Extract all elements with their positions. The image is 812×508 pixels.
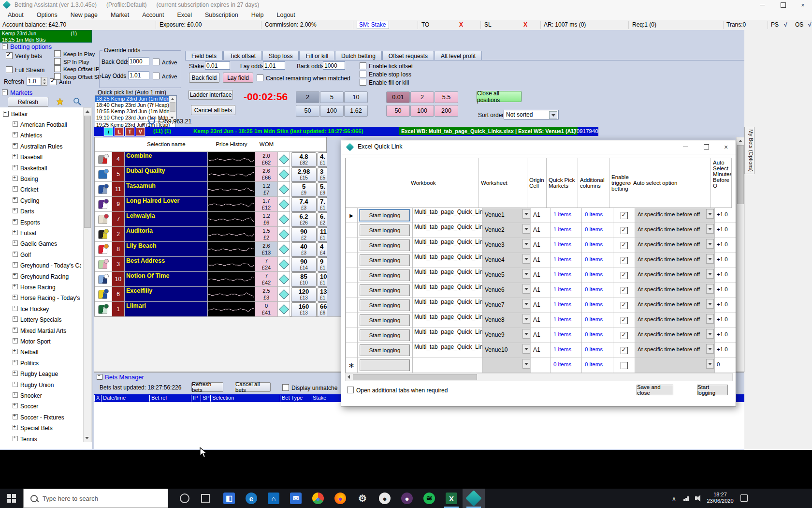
expand-icon[interactable] xyxy=(13,219,18,224)
chevron-down-icon[interactable] xyxy=(706,359,714,369)
sidebar-item-cycling[interactable]: Cycling xyxy=(13,197,81,204)
expand-icon[interactable] xyxy=(13,316,18,322)
scrollbar-thumb[interactable] xyxy=(170,102,175,112)
quick-pick-markets-link[interactable]: 1 items xyxy=(553,241,571,247)
spinner-down-icon[interactable] xyxy=(43,83,46,85)
checkbox-keep-in-play[interactable]: Keep In Play xyxy=(54,50,95,57)
expand-icon[interactable] xyxy=(13,425,18,430)
lay-price-button[interactable]: 4.£1 xyxy=(318,152,327,167)
chevron-down-icon[interactable] xyxy=(706,329,714,339)
sidebar-item-american-football[interactable]: American Football xyxy=(13,121,81,128)
notification-center-icon[interactable] xyxy=(740,494,748,502)
start-button[interactable] xyxy=(0,489,23,508)
auto-select-dropdown[interactable]: At specific time before off xyxy=(635,253,715,268)
triggered-betting-checkbox[interactable] xyxy=(621,362,628,369)
bets-column-date-time[interactable]: Date/time xyxy=(101,395,149,402)
worksheet-dropdown[interactable]: Venue4 xyxy=(483,253,531,268)
tab-tick-offset[interactable]: Tick offset xyxy=(223,51,262,60)
sidebar-item-rugby-league[interactable]: Rugby League xyxy=(13,371,81,377)
taskbar-button-firefox[interactable]: ● xyxy=(329,489,351,508)
my-bets-side-tab[interactable]: My Bets (Options) xyxy=(744,127,754,174)
sidebar-item-cricket[interactable]: Cricket xyxy=(13,186,81,193)
quick-pick-markets-link[interactable]: 1 items xyxy=(553,211,571,217)
lay-active-checkbox[interactable]: Active xyxy=(153,73,177,79)
checkbox-icon[interactable] xyxy=(347,387,354,393)
selection-name[interactable]: Auditoria xyxy=(125,227,208,242)
worksheet-dropdown[interactable]: Venue7 xyxy=(483,298,531,313)
expand-icon[interactable] xyxy=(13,349,18,354)
worksheet-dropdown[interactable]: Venue3 xyxy=(483,238,531,253)
menu-item-about[interactable]: About xyxy=(8,12,24,18)
chevron-down-icon[interactable] xyxy=(549,111,557,119)
chevron-down-icon[interactable] xyxy=(706,284,714,294)
chevron-down-icon[interactable] xyxy=(522,284,530,294)
additional-columns-link[interactable]: 0 items xyxy=(585,226,603,232)
tab-fill-or-kill[interactable]: Fill or kill xyxy=(299,51,334,60)
override-lay-odds-input[interactable] xyxy=(128,71,149,79)
chevron-down-icon[interactable] xyxy=(142,123,145,126)
back-odds-input[interactable] xyxy=(323,61,345,70)
market-view-button-i[interactable]: i xyxy=(104,127,113,136)
chevron-down-icon[interactable] xyxy=(522,209,530,219)
checkbox-icon[interactable] xyxy=(54,58,61,65)
taskbar-search[interactable]: Type here to search xyxy=(23,489,168,508)
markets-refresh-button[interactable]: Refresh xyxy=(8,97,48,107)
back-price-button[interactable]: 120£13 xyxy=(291,287,317,302)
expand-icon[interactable] xyxy=(13,382,18,387)
back-stake-button-2[interactable]: 2 xyxy=(296,91,319,103)
expand-icon[interactable] xyxy=(13,154,18,159)
expand-icon[interactable] xyxy=(13,176,18,181)
expand-icon[interactable] xyxy=(13,328,18,333)
expand-icon[interactable] xyxy=(13,208,18,213)
sidebar-item-gaelic-games[interactable]: Gaelic Games xyxy=(13,240,81,247)
bets-column-bet-ref[interactable]: Bet ref xyxy=(149,395,191,402)
sidebar-item-futsal[interactable]: Futsal xyxy=(13,230,81,237)
market-view-button-t[interactable]: T xyxy=(125,127,134,136)
quick-pick-markets-link[interactable]: 1 items xyxy=(553,256,571,262)
expand-icon[interactable] xyxy=(13,132,18,137)
start-logging-button[interactable]: Start logging xyxy=(360,209,410,221)
back-price-button[interactable]: 2.98£15 xyxy=(291,167,317,182)
display-unmatched-checkbox[interactable]: Display unmatche xyxy=(282,384,341,391)
checkbox-icon[interactable] xyxy=(360,62,366,69)
back-price-button[interactable]: 6.2£26 xyxy=(291,212,317,227)
taskbar-button-tor[interactable]: ● xyxy=(396,489,418,508)
sidebar-item-ice-hockey[interactable]: Ice Hockey xyxy=(13,306,81,313)
expand-icon[interactable] xyxy=(13,295,18,300)
back-field-button[interactable]: Back field xyxy=(189,73,219,83)
quick-pick-markets-link[interactable]: 1 items xyxy=(553,301,571,307)
quick-pick-markets-link[interactable]: 1 items xyxy=(553,346,571,352)
checkbox-enable-tick-offset[interactable]: Enable tick offset xyxy=(360,62,413,70)
expand-icon[interactable] xyxy=(13,371,18,376)
expand-icon[interactable] xyxy=(13,143,18,149)
checkbox-keep-offset-sp[interactable]: Keep Offset SP xyxy=(54,73,102,80)
scrollbar-thumb[interactable] xyxy=(737,145,744,204)
sidebar-scrollbar[interactable] xyxy=(83,107,92,442)
collapse-icon[interactable] xyxy=(97,374,102,380)
dialog-hscrollbar[interactable] xyxy=(345,373,733,381)
save-and-close-button[interactable]: Save and close xyxy=(637,385,673,395)
sidebar-item-greyhound-racing[interactable]: Greyhound Racing xyxy=(13,273,81,280)
checkbox-icon[interactable] xyxy=(153,73,160,79)
expand-icon[interactable] xyxy=(13,284,18,289)
stake-input[interactable] xyxy=(205,61,230,70)
lay-price-button[interactable]: 9£1 xyxy=(318,257,327,272)
chevron-down-icon[interactable] xyxy=(706,239,714,249)
checkbox-icon[interactable] xyxy=(360,71,366,77)
selection-name[interactable]: Dubai Quality xyxy=(125,167,208,182)
collapse-icon[interactable] xyxy=(2,90,8,95)
lay-price-button[interactable]: 4£4 xyxy=(318,242,327,257)
bets-column-x[interactable]: X xyxy=(94,395,101,402)
sidebar-item-lottery-specials[interactable]: Lottery Specials xyxy=(13,316,81,323)
lay-price-button[interactable]: 7.£1 xyxy=(318,197,327,212)
tab-field-bets[interactable]: Field bets xyxy=(185,51,223,60)
menu-item-market[interactable]: Market xyxy=(111,12,129,18)
favorites-star-icon[interactable] xyxy=(56,98,64,105)
chevron-down-icon[interactable] xyxy=(522,239,530,249)
chevron-down-icon[interactable] xyxy=(706,254,714,264)
scroll-up-icon[interactable] xyxy=(739,140,742,142)
auto-select-dropdown[interactable]: At specific time before off xyxy=(635,208,715,223)
sidebar-item-basketball[interactable]: Basketball xyxy=(13,165,81,172)
maximize-button[interactable] xyxy=(773,0,793,10)
back-price-button[interactable]: 40£3 xyxy=(291,242,317,257)
